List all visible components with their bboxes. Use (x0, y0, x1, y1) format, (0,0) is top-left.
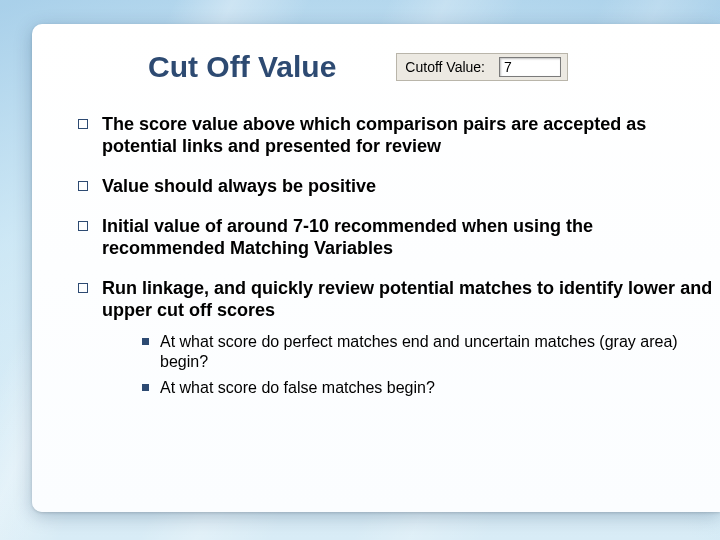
cutoff-value-input[interactable]: 7 (499, 57, 561, 77)
title-row: Cut Off Value Cutoff Value: 7 (78, 50, 720, 84)
sub-bullet-item: At what score do perfect matches end and… (142, 332, 720, 372)
bullet-item: Value should always be positive (78, 176, 720, 198)
cutoff-field-label: Cutoff Value: (405, 59, 485, 75)
sub-bullet-text: At what score do perfect matches end and… (160, 333, 678, 370)
cutoff-field-box: Cutoff Value: 7 (396, 53, 568, 81)
bullet-item: The score value above which comparison p… (78, 114, 720, 158)
sub-bullet-text: At what score do false matches begin? (160, 379, 435, 396)
bullet-text: Value should always be positive (102, 176, 376, 196)
bullet-list: The score value above which comparison p… (78, 114, 720, 398)
bullet-item: Run linkage, and quickly review potentia… (78, 278, 720, 398)
bullet-text: The score value above which comparison p… (102, 114, 646, 156)
bullet-text: Run linkage, and quickly review potentia… (102, 278, 712, 320)
sub-bullet-item: At what score do false matches begin? (142, 378, 720, 398)
bullet-text: Initial value of around 7-10 recommended… (102, 216, 593, 258)
sub-bullet-list: At what score do perfect matches end and… (142, 332, 720, 398)
slide-card: Cut Off Value Cutoff Value: 7 The score … (32, 24, 720, 512)
bullet-item: Initial value of around 7-10 recommended… (78, 216, 720, 260)
slide-title: Cut Off Value (148, 50, 336, 84)
slide-stage: Cut Off Value Cutoff Value: 7 The score … (0, 0, 720, 540)
